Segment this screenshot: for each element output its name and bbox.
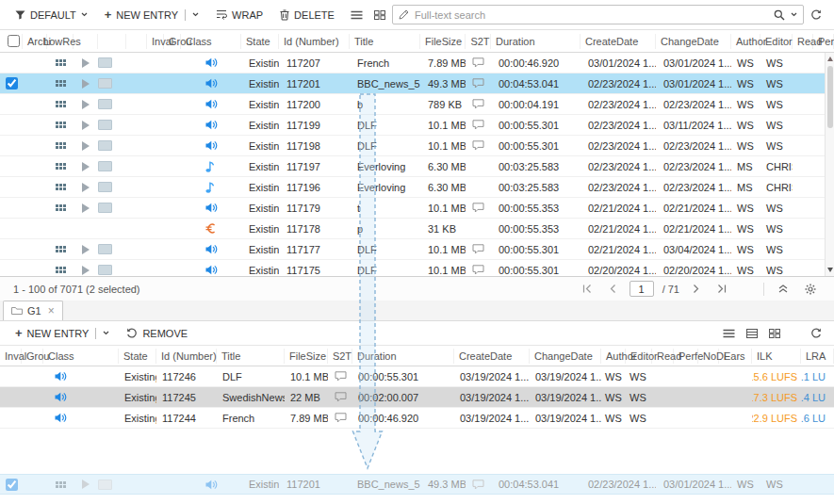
column-header[interactable]: NoDi [698,349,719,364]
table-row[interactable]: Existing 117179 t 10.1 MB 00:00:55.353 0… [0,198,834,219]
settings-gear-icon[interactable] [800,281,821,298]
preview-thumb[interactable] [98,99,112,109]
play-icon[interactable] [82,79,90,89]
table-row[interactable]: Existing 117197 Everloving 6.30 MB 00:03… [0,156,834,177]
table-row[interactable]: Existing 117201 BBC_news_5.. 49.3 MB 00:… [0,474,834,495]
column-header[interactable]: Read [652,349,674,364]
scroll-up-icon[interactable] [827,57,833,61]
new-entry-button[interactable]: + NEW ENTRY [97,7,206,24]
column-header[interactable]: CreateDate [581,34,656,49]
search-options-chevron-icon[interactable] [791,12,797,17]
play-icon[interactable] [82,480,90,489]
preview-thumb[interactable] [98,140,112,151]
column-header[interactable]: ChangeDate [530,349,601,364]
next-page-button[interactable] [688,282,704,296]
preview-thumb[interactable] [98,480,112,490]
play-icon[interactable] [82,121,90,130]
list-view-button[interactable] [718,326,740,341]
vertical-scrollbar[interactable] [825,53,834,276]
scroll-down-icon[interactable] [827,268,833,272]
column-header[interactable]: Editor [760,34,793,49]
search-input[interactable] [415,9,768,21]
play-icon[interactable] [82,162,90,171]
tab-g1[interactable]: G1 × [3,301,63,320]
column-header[interactable]: Title [350,34,420,49]
column-header[interactable]: Ears [719,349,752,364]
column-header[interactable]: Author [731,34,760,49]
play-icon[interactable] [82,183,90,192]
previous-page-button[interactable] [605,282,621,296]
remove-button[interactable]: REMOVE [119,325,195,342]
select-all-checkbox[interactable] [8,35,20,47]
column-header[interactable]: ChangeDate [656,34,731,49]
column-header[interactable]: LowRes [47,34,74,49]
grid-view-button[interactable] [369,8,390,23]
row-checkbox[interactable] [6,479,18,491]
column-header[interactable] [0,34,23,49]
table-row[interactable]: Existing 117198 DLF 10.1 MB 00:00:55.301… [0,136,834,156]
preview-thumb[interactable] [98,161,112,171]
grid-view-button[interactable] [764,326,785,341]
column-header[interactable]: LRA [801,349,834,364]
table-row[interactable]: Existing 117199 DLF 10.1 MB 00:00:55.301… [0,115,834,136]
table-row[interactable]: Existing 117245 SwedishNews 22 MB 00:02:… [0,387,834,408]
column-header[interactable]: Class [43,349,119,364]
column-header[interactable]: S2T [328,349,352,364]
page-input[interactable] [630,281,654,297]
list-view-button[interactable] [346,8,368,23]
collapse-panel-icon[interactable] [774,282,793,296]
table-row[interactable]: Existing 117246 DLF 10.1 MB 00:00:55.301… [0,366,834,387]
table-row[interactable]: Existing 117207 French 7.89 MB 00:00:46.… [0,53,834,73]
column-header[interactable]: State [241,34,279,49]
play-icon[interactable] [82,203,90,213]
column-header[interactable]: Grou [22,349,43,364]
rows-view-button[interactable] [742,326,762,341]
column-header[interactable]: Duration [491,34,581,49]
preview-thumb[interactable] [98,265,112,275]
play-icon[interactable] [82,141,90,151]
play-icon[interactable] [82,245,90,254]
play-icon[interactable] [82,266,90,275]
column-header[interactable]: S2T [466,34,491,49]
column-header[interactable]: Read [793,34,813,49]
preview-thumb[interactable] [98,120,112,130]
column-header[interactable] [74,34,98,49]
table-row[interactable]: Existing 117177 DLF 10.1 MB 00:00:55.301… [0,239,834,260]
column-header[interactable]: Inval [147,34,164,49]
table-row[interactable]: Existing 117201 BBC_news_5.. 49.3 MB 00:… [0,73,834,94]
row-checkbox[interactable] [6,77,18,89]
last-page-button[interactable] [712,282,731,296]
column-header[interactable]: FileSize [285,349,328,364]
column-header[interactable]: State [119,349,156,364]
column-header[interactable]: CreateDate [454,349,530,364]
preview-thumb[interactable] [98,182,112,192]
refresh-icon[interactable] [806,7,826,24]
preview-thumb[interactable] [98,78,112,89]
preview-thumb[interactable] [98,57,112,68]
preview-thumb[interactable] [98,203,112,213]
first-page-button[interactable] [578,282,597,296]
search-icon[interactable] [774,9,785,21]
column-header[interactable]: Grou [164,34,181,49]
refresh-icon[interactable] [806,325,826,342]
delete-button[interactable]: DELETE [272,7,342,24]
table-row[interactable]: Existing 117178 p 31 KB 00:00:55.353 02/… [0,219,834,239]
table-row[interactable]: Existing 117196 Everloving 6.30 MB 00:03… [0,177,834,198]
new-entry-button-bottom[interactable]: + NEW ENTRY [8,325,117,342]
play-icon[interactable] [82,100,90,109]
column-header[interactable]: Perfe [813,34,834,49]
close-tab-icon[interactable]: × [48,304,55,317]
column-header[interactable]: FileSize [420,34,466,49]
wrap-button[interactable]: WRAP [208,7,270,24]
column-header[interactable]: ILK [752,349,801,364]
column-header[interactable]: Perfe [674,349,698,364]
column-header[interactable]: Id (Number) [279,34,350,49]
column-header[interactable]: Duration [352,349,454,364]
column-header[interactable]: Class [181,34,241,49]
column-header[interactable]: Title [217,349,285,364]
table-row[interactable]: Existing 117244 French 7.89 MB 00:00:46.… [0,408,834,429]
column-header[interactable]: Id (Number) [156,349,217,364]
table-row[interactable]: Existing 117200 b 789 KB 00:00:04.191 02… [0,94,834,115]
column-header[interactable] [126,34,147,49]
table-row[interactable]: Existing 117175 DLF 10.1 MB 00:00:55.301… [0,260,834,276]
